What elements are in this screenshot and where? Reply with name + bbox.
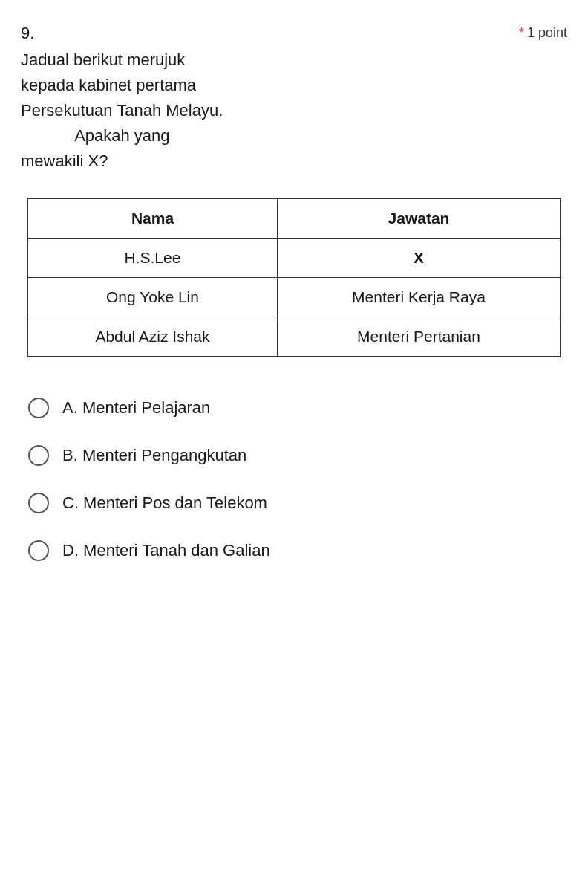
cell-nama-1: H.S.Lee: [27, 239, 277, 278]
question-line2: kepada kabinet pertama: [21, 76, 196, 94]
question-text: Jadual berikut merujuk kepada kabinet pe…: [21, 48, 567, 174]
question-line1: Jadual berikut merujuk: [21, 51, 185, 69]
question-line4: Apakah yang: [74, 126, 169, 145]
question-number: 9.: [21, 24, 34, 43]
options-list: A. Menteri Pelajaran B. Menteri Pengangk…: [21, 384, 567, 574]
question-line5: mewakili X?: [21, 152, 108, 170]
question-container: 9. * 1 point Jadual berikut merujuk kepa…: [21, 24, 567, 574]
cell-nama-2: Ong Yoke Lin: [27, 278, 277, 317]
radio-c[interactable]: [28, 493, 49, 513]
option-c[interactable]: C. Menteri Pos dan Telekom: [21, 479, 567, 527]
table-wrapper: Nama Jawatan H.S.Lee X Ong Yoke Lin Ment…: [27, 198, 561, 357]
table-row: Abdul Aziz Ishak Menteri Pertanian: [27, 317, 561, 357]
cell-jawatan-3: Menteri Pertanian: [277, 317, 561, 357]
point-badge: * 1 point: [519, 24, 567, 41]
option-d-label: D. Menteri Tanah dan Galian: [62, 541, 270, 560]
cell-jawatan-2: Menteri Kerja Raya: [277, 278, 561, 317]
question-header: 9. * 1 point: [21, 24, 567, 43]
data-table: Nama Jawatan H.S.Lee X Ong Yoke Lin Ment…: [27, 198, 561, 357]
point-star: *: [519, 25, 524, 41]
option-a[interactable]: A. Menteri Pelajaran: [21, 384, 567, 432]
cell-jawatan-1: X: [277, 239, 561, 278]
table-header-row: Nama Jawatan: [27, 198, 561, 239]
option-b-label: B. Menteri Pengangkutan: [62, 446, 246, 465]
cell-nama-3: Abdul Aziz Ishak: [27, 317, 277, 357]
option-b[interactable]: B. Menteri Pengangkutan: [21, 432, 567, 479]
option-d[interactable]: D. Menteri Tanah dan Galian: [21, 527, 567, 574]
radio-d[interactable]: [28, 540, 49, 561]
option-c-label: C. Menteri Pos dan Telekom: [62, 493, 267, 513]
radio-b[interactable]: [28, 445, 49, 466]
point-label: 1 point: [527, 25, 567, 41]
radio-a[interactable]: [28, 398, 49, 418]
col-header-nama: Nama: [27, 198, 277, 239]
table-row: H.S.Lee X: [27, 239, 561, 278]
option-a-label: A. Menteri Pelajaran: [62, 398, 210, 418]
table-row: Ong Yoke Lin Menteri Kerja Raya: [27, 278, 561, 317]
question-line3: Persekutuan Tanah Melayu.: [21, 101, 223, 120]
col-header-jawatan: Jawatan: [277, 198, 561, 239]
